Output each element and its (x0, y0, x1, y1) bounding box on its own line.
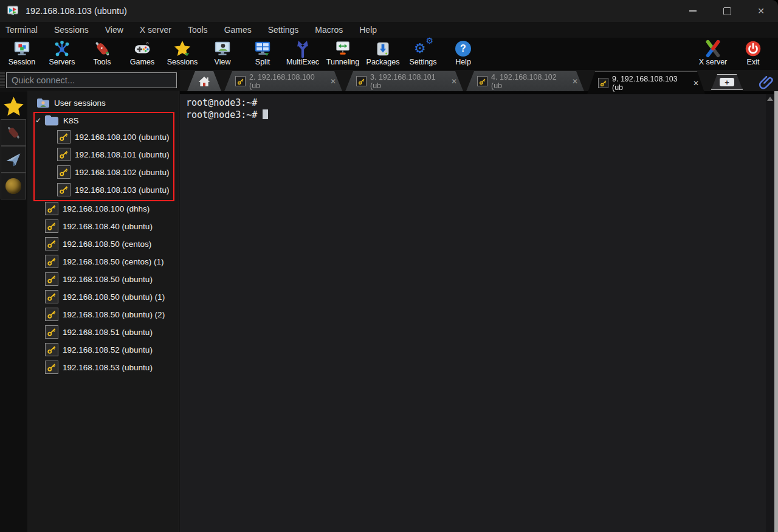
key-icon (45, 308, 58, 321)
tools-tab-button[interactable] (1, 119, 26, 146)
new-tab-button[interactable]: + (711, 74, 743, 90)
view-button[interactable]: View (202, 39, 243, 69)
view-icon (213, 39, 232, 58)
packages-button[interactable]: Packages (363, 39, 403, 69)
minimize-button[interactable] (676, 0, 710, 22)
menu-games[interactable]: Games (224, 25, 252, 35)
tab-close-icon[interactable]: ✕ (693, 79, 699, 88)
tree-session-item[interactable]: 192.168.108.50 (ubuntu) (45, 272, 153, 286)
sessions-tab-star-icon[interactable] (2, 95, 25, 118)
session-tab-9-active[interactable]: 9. 192.168.108.103 (ub ✕ (587, 71, 705, 94)
tree-session-item[interactable]: 192.168.108.103 (ubuntu) (57, 182, 169, 197)
tab-label: 9. 192.168.108.103 (ub (612, 75, 690, 92)
sidebar: User sessions ✓ K8S 192.168.108.100 (ubu… (0, 70, 180, 532)
tree-group-k8s[interactable]: ✓ K8S (35, 113, 79, 128)
games-icon (133, 39, 152, 58)
session-tab-2[interactable]: 2. 192.168.108.100 (ub ✕ (224, 71, 342, 91)
toolbar-label: Exit (747, 58, 760, 66)
tree-session-item[interactable]: 192.168.108.101 (ubuntu) (57, 147, 169, 162)
home-icon (198, 75, 211, 88)
tab-close-icon[interactable]: ✕ (451, 77, 457, 86)
sessions-button[interactable]: Sessions (162, 39, 202, 69)
session-button[interactable]: Session (2, 39, 42, 69)
window-right-edge (774, 91, 778, 532)
expanded-check-icon[interactable]: ✓ (35, 116, 41, 125)
help-button[interactable]: ? Help (443, 39, 483, 69)
multiexec-button[interactable]: MultiExec (283, 39, 323, 69)
tree-session-item[interactable]: 192.168.108.100 (dhhs) (45, 201, 150, 216)
games-button[interactable]: Games (122, 39, 162, 69)
session-label: 192.168.108.101 (ubuntu) (75, 150, 169, 159)
menu-help[interactable]: Help (359, 25, 377, 35)
quick-connect-input[interactable] (6, 72, 177, 88)
split-button[interactable]: Split (243, 39, 283, 69)
session-tab-3[interactable]: 3. 192.168.108.101 (ub ✕ (345, 71, 463, 91)
terminal-pane[interactable]: root@node3:~# root@node3:~# (180, 94, 774, 532)
world-tab-button[interactable] (1, 173, 26, 199)
globe-icon (5, 178, 21, 194)
toolbar-label: Tools (93, 58, 111, 66)
key-icon (45, 219, 58, 233)
session-tree: User sessions ✓ K8S 192.168.108.100 (ubu… (27, 91, 179, 532)
mobaxterm-window: 192.168.108.103 (ubuntu) ✕ Terminal Sess… (0, 0, 778, 532)
home-tab[interactable] (187, 71, 221, 91)
exit-button[interactable]: Exit (733, 39, 773, 69)
toolbar-label: Tunneling (326, 58, 359, 66)
servers-button[interactable]: Servers (42, 39, 82, 69)
tree-session-item[interactable]: 192.168.108.51 (ubuntu) (45, 325, 153, 339)
tunneling-button[interactable]: Tunneling (323, 39, 363, 69)
tree-session-item[interactable]: 192.168.108.52 (ubuntu) (45, 342, 153, 357)
tree-session-item[interactable]: 192.168.108.102 (ubuntu) (57, 165, 169, 179)
settings-button[interactable]: ⚙⚙ Settings (403, 39, 443, 69)
tree-session-item[interactable]: 192.168.108.50 (centos) (45, 237, 151, 251)
menu-tools[interactable]: Tools (188, 25, 208, 35)
menu-x-server[interactable]: X server (140, 25, 171, 35)
tab-close-icon[interactable]: ✕ (572, 77, 578, 86)
menu-settings[interactable]: Settings (268, 25, 299, 35)
tree-root-user-sessions[interactable]: User sessions (36, 95, 106, 110)
session-label: 192.168.108.100 (ubuntu) (75, 133, 169, 142)
key-icon (45, 343, 58, 356)
plus-icon: + (720, 78, 734, 86)
tree-group-label: K8S (63, 116, 79, 125)
tab-label: 4. 192.168.108.102 (ub (491, 73, 570, 90)
sidebar-rail (0, 92, 28, 532)
terminal-prompt: root@node3:~# (186, 109, 257, 120)
tools-button[interactable]: Tools (82, 39, 122, 69)
tree-session-item[interactable]: 192.168.108.53 (ubuntu) (45, 360, 153, 375)
session-label: 192.168.108.52 (ubuntu) (63, 345, 153, 354)
menu-macros[interactable]: Macros (315, 25, 343, 35)
packages-icon (374, 39, 392, 58)
paper-plane-icon (5, 151, 22, 168)
key-icon (477, 76, 487, 86)
close-button[interactable]: ✕ (744, 0, 778, 22)
session-tab-4[interactable]: 4. 192.168.108.102 (ub ✕ (466, 71, 584, 91)
tree-session-item[interactable]: 192.168.108.40 (ubuntu) (45, 219, 153, 233)
toolbar-label: View (215, 58, 231, 66)
menu-terminal[interactable]: Terminal (5, 25, 38, 35)
user-sessions-folder-icon (36, 98, 50, 108)
key-icon (45, 255, 58, 268)
xserver-icon (704, 39, 722, 58)
maximize-icon (723, 7, 731, 15)
tree-session-item[interactable]: 192.168.108.100 (ubuntu) (57, 130, 169, 144)
x-server-button[interactable]: X server (693, 39, 733, 69)
menu-sessions[interactable]: Sessions (54, 25, 89, 35)
scroll-up-icon[interactable] (767, 97, 773, 101)
maximize-button[interactable] (710, 0, 744, 22)
menu-view[interactable]: View (105, 25, 123, 35)
tree-session-item[interactable]: 192.168.108.50 (ubuntu) (2) (45, 307, 165, 322)
key-icon (45, 237, 58, 250)
exit-power-icon (745, 39, 762, 58)
toolbar-label: MultiExec (286, 58, 319, 66)
macros-tab-button[interactable] (1, 146, 26, 173)
folder-icon (44, 115, 59, 126)
tools-knife-icon (5, 125, 21, 140)
terminal-scrollbar[interactable] (766, 94, 774, 532)
tree-session-item[interactable]: 192.168.108.50 (ubuntu) (1) (45, 289, 165, 304)
tab-close-icon[interactable]: ✕ (330, 77, 336, 86)
dock-grip-handle[interactable] (0, 72, 5, 88)
paperclip-icon[interactable] (759, 75, 774, 91)
window-title: 192.168.108.103 (ubuntu) (26, 6, 127, 16)
tree-session-item[interactable]: 192.168.108.50 (centos) (1) (45, 254, 164, 269)
